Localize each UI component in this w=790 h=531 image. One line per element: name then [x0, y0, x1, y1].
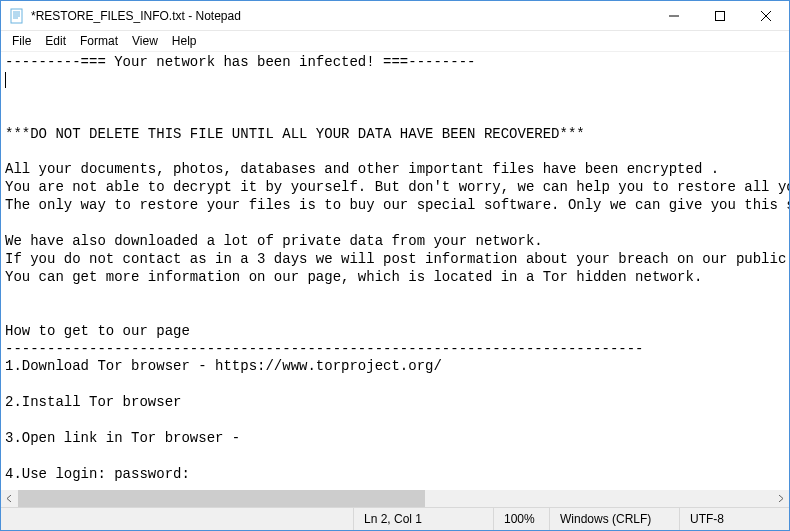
notepad-window: *RESTORE_FILES_INFO.txt - Notepad File E…	[0, 0, 790, 531]
menu-help[interactable]: Help	[165, 33, 204, 49]
scrollbar-thumb[interactable]	[18, 490, 425, 507]
statusbar: Ln 2, Col 1 100% Windows (CRLF) UTF-8	[1, 507, 789, 530]
scrollbar-track[interactable]	[18, 490, 772, 507]
notepad-icon	[9, 8, 25, 24]
menu-format[interactable]: Format	[73, 33, 125, 49]
scroll-right-arrow-icon[interactable]	[772, 490, 789, 507]
horizontal-scrollbar[interactable]	[1, 490, 789, 507]
status-position: Ln 2, Col 1	[353, 508, 493, 530]
close-button[interactable]	[743, 1, 789, 31]
menubar: File Edit Format View Help	[1, 31, 789, 51]
status-encoding: UTF-8	[679, 508, 789, 530]
titlebar: *RESTORE_FILES_INFO.txt - Notepad	[1, 1, 789, 31]
status-zoom: 100%	[493, 508, 549, 530]
menu-edit[interactable]: Edit	[38, 33, 73, 49]
menu-file[interactable]: File	[5, 33, 38, 49]
status-spacer	[1, 508, 353, 530]
menu-view[interactable]: View	[125, 33, 165, 49]
minimize-button[interactable]	[651, 1, 697, 31]
editor-area: ---------=== Your network has been infec…	[1, 51, 789, 507]
window-controls	[651, 1, 789, 30]
svg-rect-6	[716, 12, 725, 21]
text-editor[interactable]: ---------=== Your network has been infec…	[1, 52, 789, 490]
status-line-ending: Windows (CRLF)	[549, 508, 679, 530]
scroll-left-arrow-icon[interactable]	[1, 490, 18, 507]
window-title: *RESTORE_FILES_INFO.txt - Notepad	[31, 9, 651, 23]
text-caret	[5, 72, 6, 88]
maximize-button[interactable]	[697, 1, 743, 31]
